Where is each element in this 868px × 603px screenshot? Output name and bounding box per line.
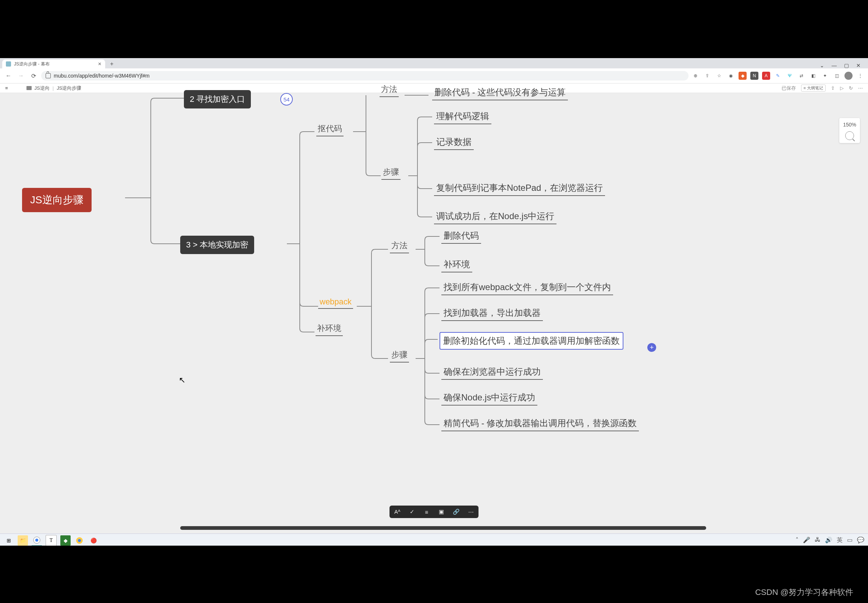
leaf-browser-ok[interactable]: 确保在浏览器中运行成功 bbox=[441, 365, 543, 380]
leaf-find-loader[interactable]: 找到加载器，导出加载器 bbox=[441, 306, 543, 321]
start-button-icon[interactable]: ⊞ bbox=[4, 535, 14, 546]
breadcrumb-sep: | bbox=[53, 85, 54, 91]
list-icon[interactable]: ≡ bbox=[422, 508, 431, 516]
ext-icon-7[interactable]: ◧ bbox=[809, 72, 817, 80]
tray-net-icon[interactable]: 🖧 bbox=[815, 537, 820, 544]
tab-close-icon[interactable]: ✕ bbox=[98, 62, 102, 66]
node-koucode[interactable]: 抠代码 bbox=[316, 123, 343, 136]
floating-toolbar: Aᴬ ✓ ≡ ▣ 🔗 ⋯ bbox=[390, 506, 478, 518]
leaf-record[interactable]: 记录数据 bbox=[434, 135, 474, 150]
leaf-run-node[interactable]: 调试成功后，在Node.js中运行 bbox=[434, 210, 557, 224]
watermark-text: CSDN @努力学习各种软件 bbox=[755, 587, 853, 598]
camera-icon[interactable]: ◉ bbox=[727, 72, 735, 80]
fit-view-icon[interactable] bbox=[845, 131, 854, 140]
toolbar-more-icon[interactable]: ⋯ bbox=[467, 508, 475, 516]
profile-avatar-icon[interactable] bbox=[845, 72, 853, 80]
zoom-panel: 150% bbox=[839, 118, 860, 143]
ext-icon-2[interactable]: N bbox=[750, 72, 758, 80]
tray-mic-icon[interactable]: 🎤 bbox=[803, 537, 810, 544]
add-child-button[interactable]: + bbox=[647, 343, 656, 352]
tab-strip: JS逆向步骤 - 幕布 ✕ + ⌄ — ▢ ✕ bbox=[0, 58, 868, 68]
sidepanel-icon[interactable]: ◫ bbox=[833, 72, 841, 80]
chrome-task-icon[interactable] bbox=[32, 535, 42, 546]
node-badge-count[interactable]: 54 bbox=[280, 93, 293, 105]
ext-icon-5[interactable]: Ψ bbox=[786, 72, 794, 80]
browser-tab[interactable]: JS逆向步骤 - 幕布 ✕ bbox=[2, 60, 105, 68]
leaf-find-webpack[interactable]: 找到所有webpack文件，复制到一个文件内 bbox=[441, 281, 613, 295]
window-maximize-icon[interactable]: ▢ bbox=[844, 62, 849, 68]
hamburger-icon[interactable]: ≡ bbox=[5, 85, 8, 91]
horizontal-scrollbar[interactable] bbox=[180, 526, 706, 530]
new-tab-button[interactable]: + bbox=[107, 60, 116, 68]
system-tray: ˄ 🎤 🖧 🔊 英 ▭ 💬 bbox=[795, 537, 864, 544]
url-text: mubu.com/app/edit/home/-w3M46WYjf#m bbox=[54, 73, 150, 79]
text-app-icon[interactable]: T bbox=[46, 535, 57, 546]
check-icon[interactable]: ✓ bbox=[408, 508, 416, 516]
tab-title: JS逆向步骤 - 幕布 bbox=[14, 61, 50, 67]
window-close-icon[interactable]: ✕ bbox=[856, 62, 861, 68]
ext-icon-1[interactable]: ◆ bbox=[738, 72, 747, 80]
window-dropdown-icon[interactable]: ⌄ bbox=[820, 62, 824, 68]
tray-note-icon[interactable]: ▭ bbox=[847, 537, 853, 544]
leaf-buhuan[interactable]: 补环境 bbox=[441, 258, 472, 272]
more-icon[interactable]: ⋯ bbox=[858, 85, 863, 91]
tray-notify-icon[interactable]: 💬 bbox=[857, 537, 864, 544]
toolbar-right: ⊕ ⇪ ☆ ◉ ◆ N A ✎ Ψ ⇄ ◧ ✦ ◫ ⋮ bbox=[692, 72, 864, 80]
share-icon[interactable]: ⇪ bbox=[703, 72, 711, 80]
node-buhuanjing[interactable]: 补环境 bbox=[316, 323, 343, 336]
saved-status: 已保存 bbox=[781, 85, 796, 91]
extensions-icon[interactable]: ✦ bbox=[821, 72, 829, 80]
address-bar[interactable]: mubu.com/app/edit/home/-w3M46WYjf#m bbox=[41, 71, 689, 80]
present-icon[interactable]: ▷ bbox=[840, 85, 844, 91]
chrome-menu-icon[interactable]: ⋮ bbox=[856, 72, 864, 80]
tray-ime-icon[interactable]: 英 bbox=[837, 537, 843, 544]
window-minimize-icon[interactable]: — bbox=[832, 62, 837, 68]
node-method-top[interactable]: 方法 bbox=[379, 84, 399, 97]
tray-vol-icon[interactable]: 🔊 bbox=[825, 537, 832, 544]
pycharm-icon[interactable]: ◆ bbox=[60, 535, 71, 546]
leaf-delcode[interactable]: 删除代码 bbox=[441, 229, 481, 244]
node-local-encrypt[interactable]: 3 > 本地实现加密 bbox=[180, 236, 254, 254]
history-icon[interactable]: ↻ bbox=[849, 85, 853, 91]
folder-icon bbox=[26, 86, 32, 90]
breadcrumb-folder[interactable]: JS逆向 bbox=[34, 85, 50, 91]
leaf-node-ok[interactable]: 确保Node.js中运行成功 bbox=[441, 391, 537, 405]
leaf-simplify[interactable]: 精简代码 - 修改加载器输出调用代码，替换源函数 bbox=[441, 417, 639, 431]
text-format-icon[interactable]: Aᴬ bbox=[393, 508, 401, 516]
node-steps-top[interactable]: 步骤 bbox=[381, 167, 401, 180]
share-action-icon[interactable]: ⇪ bbox=[831, 85, 835, 91]
node-steps-wp[interactable]: 步骤 bbox=[390, 349, 409, 363]
nav-reload-icon[interactable]: ⟳ bbox=[29, 71, 38, 80]
ext-icon-3[interactable]: A bbox=[762, 72, 770, 80]
file-explorer-icon[interactable]: 📁 bbox=[18, 535, 28, 546]
ext-icon-6[interactable]: ⇄ bbox=[797, 72, 806, 80]
lock-icon bbox=[46, 73, 51, 78]
svg-point-3 bbox=[78, 539, 81, 542]
star-icon[interactable]: ☆ bbox=[715, 72, 723, 80]
address-bar-row: ← → ⟳ mubu.com/app/edit/home/-w3M46WYjf#… bbox=[0, 68, 868, 83]
leaf-copy-notepad[interactable]: 复制代码到记事本NotePad，在浏览器运行 bbox=[434, 181, 605, 196]
ext-icon-4[interactable]: ✎ bbox=[774, 72, 782, 80]
node-webpack[interactable]: webpack bbox=[318, 297, 353, 309]
zoom-icon[interactable]: ⊕ bbox=[692, 72, 699, 80]
outline-mode-button[interactable]: ≡ 大纲笔记 bbox=[801, 85, 826, 91]
leaf-understand[interactable]: 理解代码逻辑 bbox=[434, 110, 491, 124]
chrome-canary-icon[interactable] bbox=[74, 535, 85, 546]
tray-chevron-icon[interactable]: ˄ bbox=[795, 537, 798, 544]
link-icon[interactable]: 🔗 bbox=[452, 508, 460, 516]
leaf-delcode-comment[interactable]: 删除代码 - 这些代码没有参与运算 bbox=[432, 86, 568, 100]
node-find-entry[interactable]: 2 寻找加密入口 bbox=[184, 90, 251, 108]
mouse-cursor-icon: ↖ bbox=[179, 376, 186, 385]
browser-window: JS逆向步骤 - 幕布 ✕ + ⌄ — ▢ ✕ ← → ⟳ mubu.com/a… bbox=[0, 58, 868, 546]
app-icon[interactable]: 🔴 bbox=[88, 535, 99, 546]
breadcrumb-doc[interactable]: JS逆向步骤 bbox=[57, 85, 81, 91]
zoom-value[interactable]: 150% bbox=[842, 120, 857, 129]
favicon bbox=[6, 62, 11, 66]
image-icon[interactable]: ▣ bbox=[437, 508, 446, 516]
mindmap-canvas[interactable]: JS逆向步骤 2 寻找加密入口 54 3 > 本地实现加密 抠代码 webpac… bbox=[0, 93, 868, 533]
nav-back-icon[interactable]: ← bbox=[4, 71, 13, 80]
node-method-wp[interactable]: 方法 bbox=[390, 240, 409, 254]
connector-lines bbox=[0, 93, 868, 533]
node-root[interactable]: JS逆向步骤 bbox=[22, 188, 91, 212]
leaf-delete-init-selected[interactable]: 删除初始化代码，通过加载器调用加解密函数 bbox=[439, 332, 624, 349]
